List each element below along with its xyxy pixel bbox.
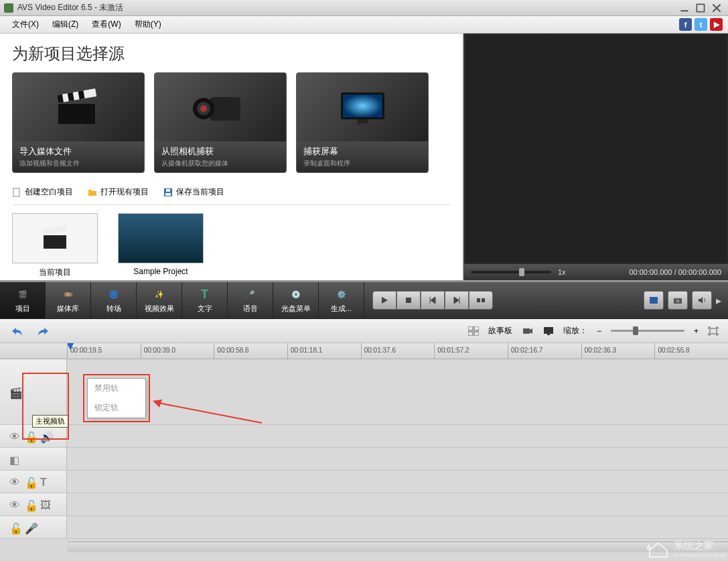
card-capture-screen[interactable]: 捕获屏幕录制桌面和程序 — [296, 72, 429, 173]
track-context-menu: 禁用轨 锁定轨 — [87, 378, 146, 418]
svg-rect-22 — [42, 225, 67, 234]
speed-slider[interactable] — [471, 271, 551, 273]
time-label: 00:00:00.000 / 00:00:00.000 — [629, 268, 721, 276]
lock-icon[interactable]: 🔓 — [9, 522, 20, 533]
svg-rect-34 — [544, 327, 553, 334]
eye-icon[interactable]: 👁 — [9, 477, 20, 487]
picture-track[interactable]: 👁🔓🖼 — [0, 493, 728, 516]
speed-label: 1x — [558, 268, 566, 276]
card-title: 捕获屏幕 — [303, 145, 421, 158]
card-sub: 录制桌面和程序 — [303, 159, 421, 168]
audio-track[interactable]: 👁🔓🔊 — [0, 425, 728, 448]
monitor-small-icon[interactable] — [543, 326, 554, 336]
clapperboard-icon — [52, 87, 105, 127]
create-blank-project[interactable]: 创建空白项目 — [12, 186, 73, 198]
zoom-out-button[interactable]: − — [597, 326, 601, 336]
gear-play-icon: ⚙️ — [333, 288, 350, 302]
source-panel: 为新项目选择源 导入媒体文件添加视频和音频文件 从照相机捕获从摄像机获取您的媒体… — [0, 34, 463, 280]
menu-view[interactable]: 查看(W) — [85, 17, 127, 32]
tab-produce[interactable]: ⚙️生成... — [319, 282, 364, 318]
facebook-icon[interactable]: f — [679, 18, 692, 31]
ctx-disable-track[interactable]: 禁用轨 — [88, 379, 145, 398]
svg-point-12 — [200, 105, 207, 112]
svg-rect-31 — [468, 332, 473, 336]
volume-button[interactable] — [692, 291, 712, 310]
chevron-right-icon[interactable]: ▸ — [716, 294, 721, 307]
text-track-icon: T — [40, 477, 51, 487]
menu-edit[interactable]: 编辑(Z) — [46, 17, 85, 32]
tab-project[interactable]: 🎬项目 — [0, 282, 46, 318]
source-heading: 为新项目选择源 — [12, 43, 451, 64]
svg-rect-33 — [523, 328, 530, 334]
card-title: 从照相机捕获 — [161, 145, 279, 158]
timeline-ruler[interactable]: 00:00:19.500:00:39.000:00:58.600:01:18.1… — [0, 343, 728, 359]
minimize-button[interactable] — [677, 3, 692, 13]
track-tooltip: 主视频轨 — [32, 415, 68, 428]
tab-text[interactable]: T文字 — [182, 282, 228, 318]
current-project-thumb[interactable]: 当前项目 — [12, 213, 98, 278]
zoom-slider[interactable] — [611, 330, 684, 332]
open-project[interactable]: 打开现有项目 — [88, 186, 149, 198]
card-capture-camera[interactable]: 从照相机捕获从摄像机获取您的媒体 — [154, 72, 287, 173]
stop-button[interactable] — [396, 291, 421, 310]
svg-rect-15 — [358, 119, 368, 123]
eye-icon[interactable]: 👁 — [9, 431, 20, 442]
split-button[interactable] — [469, 291, 493, 310]
card-sub: 从摄像机获取您的媒体 — [161, 159, 279, 168]
save-icon — [163, 188, 173, 197]
text-track[interactable]: 👁🔓T — [0, 471, 728, 493]
wand-icon: ✨ — [151, 288, 168, 302]
lock-icon[interactable]: 🔓 — [25, 477, 35, 487]
svg-point-28 — [676, 300, 680, 303]
svg-rect-36 — [710, 328, 717, 334]
menu-file[interactable]: 文件(X) — [5, 17, 46, 32]
zoom-in-button[interactable]: + — [694, 326, 699, 336]
tab-voice[interactable]: 🎤语音 — [228, 282, 273, 318]
mic-track-icon: 🎤 — [25, 522, 35, 533]
card-import-media[interactable]: 导入媒体文件添加视频和音频文件 — [12, 72, 145, 173]
svg-rect-23 — [406, 298, 411, 303]
preview-screen[interactable] — [465, 35, 727, 263]
tab-transitions[interactable]: 🌀转场 — [91, 282, 137, 318]
menubar: 文件(X) 编辑(Z) 查看(W) 帮助(Y) f t ▶ — [0, 16, 728, 34]
card-sub: 添加视频和音频文件 — [19, 159, 137, 168]
tab-vfx[interactable]: ✨视频效果 — [137, 282, 182, 318]
titlebar: AVS Video Editor 6.5 - 未激活 — [0, 0, 728, 16]
timeline-scrollbar[interactable] — [67, 542, 728, 552]
menu-help[interactable]: 帮助(Y) — [128, 17, 168, 32]
ctx-lock-track[interactable]: 锁定轨 — [88, 398, 145, 418]
mic-icon: 🎤 — [242, 288, 259, 302]
lock-icon[interactable]: 🔓 — [25, 499, 35, 510]
snapshot-button[interactable] — [668, 291, 688, 310]
disc-icon: 💿 — [287, 288, 305, 302]
svg-rect-16 — [353, 123, 372, 125]
undo-button[interactable] — [9, 323, 25, 339]
fit-button[interactable] — [708, 326, 719, 336]
svg-rect-19 — [165, 193, 171, 196]
camera-small-icon[interactable] — [522, 326, 534, 336]
redo-button[interactable] — [35, 323, 51, 339]
twitter-icon[interactable]: t — [695, 18, 707, 31]
text-icon: T — [196, 288, 214, 302]
video-track-icon: 🎬 — [9, 387, 20, 397]
maximize-button[interactable] — [693, 3, 708, 13]
storyboard-label[interactable]: 故事板 — [488, 325, 512, 336]
close-button[interactable] — [709, 3, 724, 13]
youtube-icon[interactable]: ▶ — [710, 18, 723, 31]
next-button[interactable] — [445, 291, 469, 310]
sample-project-thumb[interactable]: Sample Project — [118, 213, 204, 278]
fullscreen-button[interactable] — [644, 291, 664, 310]
tab-disc[interactable]: 💿光盘菜单 — [273, 282, 319, 318]
save-project[interactable]: 保存当前项目 — [163, 186, 224, 198]
play-button[interactable] — [372, 291, 396, 310]
spiral-icon: 🌀 — [105, 288, 123, 302]
svg-rect-35 — [547, 334, 550, 335]
thumb-label: Sample Project — [118, 267, 204, 276]
overlay-track[interactable]: ◧ — [0, 448, 728, 471]
eye-icon[interactable]: 👁 — [9, 499, 20, 510]
tab-media[interactable]: 🎞️媒体库 — [46, 282, 91, 318]
storyboard-icon[interactable] — [468, 326, 479, 336]
prev-button[interactable] — [421, 291, 445, 310]
voice-track[interactable]: 🔓🎤 — [0, 516, 728, 539]
lock-icon[interactable]: 🔓 — [25, 431, 35, 442]
